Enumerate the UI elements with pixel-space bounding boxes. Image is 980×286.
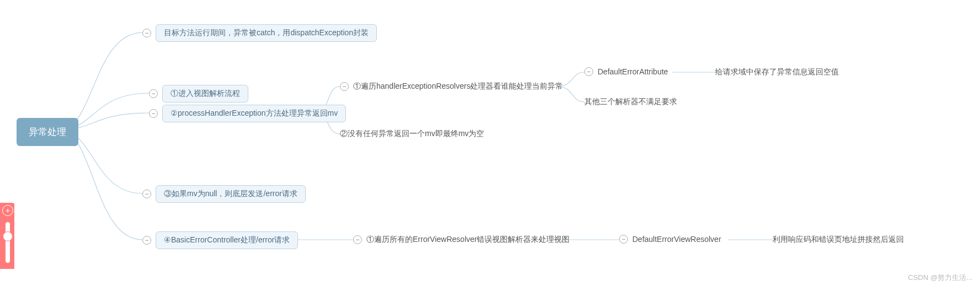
node-catch-dispatch[interactable]: − 目标方法运行期间，异常被catch，用dispatchException封装: [142, 24, 377, 42]
node-label: DefaultErrorViewResolver: [632, 235, 721, 244]
collapse-icon[interactable]: −: [142, 190, 151, 198]
zoom-knob[interactable]: [3, 231, 13, 241]
node-label: DefaultErrorAttribute: [598, 67, 668, 76]
collapse-icon[interactable]: −: [149, 89, 158, 98]
zoom-in-icon[interactable]: +: [2, 205, 13, 216]
node-other-resolvers[interactable]: 其他三个解析器不满足要求: [584, 97, 677, 107]
node-label: ①进入视图解析流程: [162, 85, 248, 102]
node-default-error-view-resolver[interactable]: − DefaultErrorViewResolver: [619, 235, 721, 244]
node-label: ③如果mv为null，则底层发送/error请求: [156, 185, 306, 203]
zoom-rail[interactable]: [5, 222, 10, 263]
collapse-icon[interactable]: −: [340, 82, 349, 91]
node-label: 其他三个解析器不满足要求: [584, 97, 677, 107]
node-basic-error-controller[interactable]: − ④BasicErrorController处理/error请求: [142, 231, 298, 249]
node-devr-result[interactable]: 利用响应码和错误页地址拼接然后返回: [773, 235, 904, 245]
root-node[interactable]: 异常处理: [17, 118, 78, 146]
collapse-icon[interactable]: −: [353, 235, 362, 244]
node-dea-result[interactable]: 给请求域中保存了异常信息返回空值: [715, 67, 839, 77]
collapse-icon[interactable]: −: [619, 235, 628, 244]
collapse-icon[interactable]: −: [142, 29, 151, 37]
node-no-exception-mv[interactable]: ②没有任何异常返回一个mv即最终mv为空: [340, 129, 484, 139]
zoom-control[interactable]: +: [0, 203, 15, 269]
node-label: ①遍历所有的ErrorViewResolver错误视图解析器来处理视图: [366, 235, 569, 245]
node-view-resolve[interactable]: − ①进入视图解析流程: [149, 85, 248, 102]
node-send-error[interactable]: − ③如果mv为null，则底层发送/error请求: [142, 185, 306, 203]
node-label: 目标方法运行期间，异常被catch，用dispatchException封装: [156, 24, 377, 42]
node-process-handler-exception[interactable]: − ②processHandlerException方法处理异常返回mv: [149, 105, 346, 122]
node-label: ②processHandlerException方法处理异常返回mv: [162, 105, 346, 122]
node-iterate-resolvers[interactable]: − ①遍历handlerExceptionResolvers处理器看谁能处理当前…: [340, 82, 563, 91]
watermark: CSDN @努力生活...: [908, 273, 972, 283]
node-label: 给请求域中保存了异常信息返回空值: [715, 67, 839, 77]
node-label: 利用响应码和错误页地址拼接然后返回: [773, 235, 904, 245]
collapse-icon[interactable]: −: [149, 109, 158, 118]
node-default-error-attribute[interactable]: − DefaultErrorAttribute: [584, 67, 668, 76]
collapse-icon[interactable]: −: [142, 236, 151, 245]
node-label: ④BasicErrorController处理/error请求: [156, 231, 298, 249]
node-iterate-error-view-resolvers[interactable]: − ①遍历所有的ErrorViewResolver错误视图解析器来处理视图: [353, 235, 569, 245]
node-label: ②没有任何异常返回一个mv即最终mv为空: [340, 129, 484, 139]
node-label: ①遍历handlerExceptionResolvers处理器看谁能处理当前异常: [353, 82, 563, 91]
collapse-icon[interactable]: −: [584, 67, 593, 76]
root-label: 异常处理: [17, 118, 78, 146]
